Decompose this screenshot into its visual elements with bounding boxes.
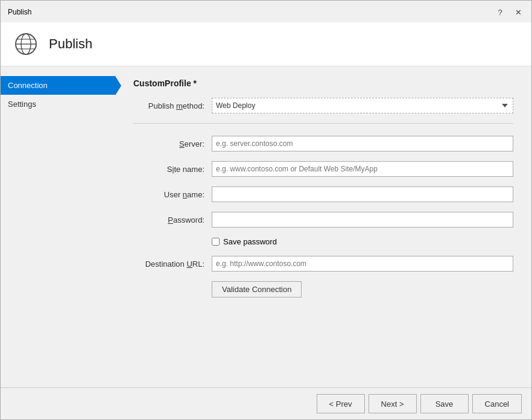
publish-method-select[interactable]: Web Deploy Web Deploy Package FTP File S… — [212, 98, 513, 113]
server-input[interactable] — [212, 136, 513, 151]
publish-dialog: Publish ? ✕ Publish Connection Settin — [0, 0, 532, 420]
destination-url-row: Destination URL: — [133, 256, 513, 272]
save-password-checkbox[interactable] — [212, 238, 220, 246]
next-button[interactable]: Next > — [369, 394, 417, 413]
divider — [133, 123, 513, 124]
site-name-input[interactable] — [212, 161, 513, 177]
server-label: Server: — [133, 139, 212, 148]
content-area: CustomProfile * Publish method: Web Depl… — [115, 66, 531, 387]
pass-underline-p: P — [168, 215, 173, 224]
globe-icon — [13, 31, 39, 57]
sidebar: Connection Settings — [1, 66, 115, 387]
help-button[interactable]: ? — [492, 5, 508, 19]
publish-underline-m: m — [176, 101, 183, 110]
sidebar-label-settings: Settings — [8, 100, 36, 109]
dialog-header: Publish — [1, 22, 531, 66]
password-row: Password: — [133, 212, 513, 228]
save-password-label: Save password — [223, 237, 277, 246]
user-name-input[interactable] — [212, 186, 513, 202]
dialog-body: Connection Settings CustomProfile * Publ… — [1, 66, 531, 387]
sidebar-label-connection: Connection — [8, 81, 48, 90]
title-bar-controls: ? ✕ — [492, 5, 527, 19]
sidebar-item-connection[interactable]: Connection — [1, 76, 115, 95]
save-button[interactable]: Save — [420, 394, 469, 413]
password-label: Password: — [133, 215, 212, 224]
user-name-label: User name: — [133, 190, 212, 199]
destination-url-input[interactable] — [212, 256, 513, 272]
save-password-row: Save password — [133, 237, 513, 246]
dialog-footer: < Prev Next > Save Cancel — [1, 387, 531, 419]
dialog-title: Publish — [8, 8, 31, 16]
prev-button[interactable]: < Prev — [317, 394, 365, 413]
cancel-button[interactable]: Cancel — [472, 394, 522, 413]
site-name-row: Site name: — [133, 161, 513, 177]
section-title: CustomProfile * — [133, 78, 513, 88]
dest-underline-u: U — [186, 259, 192, 269]
close-button[interactable]: ✕ — [510, 5, 527, 19]
user-name-row: User name: — [133, 186, 513, 202]
server-underline-s: S — [179, 139, 185, 148]
publish-method-row: Publish method: Web Deploy Web Deploy Pa… — [133, 98, 513, 113]
header-title: Publish — [49, 36, 92, 52]
site-underline-i: i — [173, 165, 174, 174]
save-underline-a: a — [229, 237, 233, 246]
destination-url-label: Destination URL: — [133, 259, 212, 269]
validate-section: Validate Connection — [133, 281, 513, 298]
server-row: Server: — [133, 136, 513, 151]
sidebar-item-settings[interactable]: Settings — [1, 95, 115, 113]
password-input[interactable] — [212, 212, 513, 228]
title-bar: Publish ? ✕ — [1, 1, 531, 22]
user-underline-n: n — [183, 190, 187, 199]
validate-connection-button[interactable]: Validate Connection — [212, 281, 302, 298]
site-name-label: Site name: — [133, 165, 212, 174]
publish-method-label: Publish method: — [133, 101, 212, 110]
